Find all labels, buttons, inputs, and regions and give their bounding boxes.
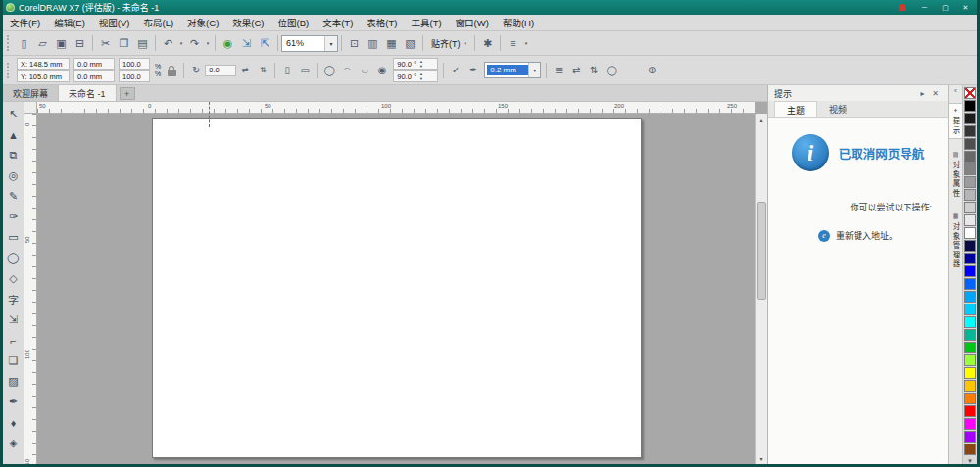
ellipse-tool[interactable]: ◯ (4, 248, 24, 268)
tab-video[interactable]: 视频 (817, 101, 858, 117)
color-swatch[interactable] (964, 265, 976, 277)
rotate-a-field[interactable]: 90.0 ° ▲▼ (393, 58, 438, 70)
color-swatch[interactable] (964, 354, 976, 366)
import-icon[interactable]: ⇲ (237, 34, 256, 53)
menu-item[interactable]: 位图(B) (271, 15, 317, 30)
scale-x-field[interactable]: 100.0 (119, 58, 150, 70)
maximize-button[interactable]: ▢ (936, 2, 955, 14)
y-position-field[interactable]: Y: 105.0 mm (17, 70, 70, 82)
color-swatch[interactable] (964, 125, 976, 137)
spinner-arrows-icon[interactable]: ▲▼ (419, 59, 423, 69)
user-account-icon[interactable] (894, 2, 909, 13)
close-button[interactable]: ✕ (956, 2, 975, 14)
color-swatch[interactable] (964, 380, 976, 392)
freehand-tool[interactable]: ✎ (4, 186, 24, 207)
color-swatch[interactable] (964, 444, 976, 455)
show-grid-icon[interactable]: ▦ (382, 34, 401, 53)
menu-item[interactable]: 视图(V) (92, 15, 137, 30)
export-icon[interactable]: ⇱ (256, 34, 274, 53)
color-swatch[interactable] (964, 418, 976, 430)
color-swatch[interactable] (964, 163, 976, 175)
color-swatch[interactable] (964, 214, 976, 226)
undo-dropdown-icon[interactable]: ▾ (177, 34, 185, 53)
paste-icon[interactable]: ▤ (133, 34, 152, 53)
copy-icon[interactable]: ❐ (115, 34, 133, 53)
color-swatch[interactable] (964, 253, 976, 264)
shape-tool[interactable]: ▲ (4, 124, 24, 145)
outline-width-combo[interactable]: 0.2 mm ▾ (484, 62, 541, 78)
menu-item[interactable]: 工具(T) (404, 15, 448, 30)
menu-item[interactable]: 编辑(E) (47, 15, 92, 30)
menu-item[interactable]: 文件(F) (3, 15, 47, 30)
vertical-scrollbar[interactable]: ▴ ▾ (755, 114, 767, 464)
new-document-icon[interactable]: ▯ (15, 34, 33, 53)
spinner-arrows-icon[interactable]: ▲▼ (419, 71, 423, 81)
launcher-dropdown-icon[interactable]: ▾ (522, 34, 530, 53)
text-wrap-icon[interactable]: ≣ (551, 63, 566, 78)
drop-shadow-tool[interactable]: ❏ (4, 350, 24, 371)
show-rulers-icon[interactable]: ▥ (364, 34, 382, 53)
menu-item[interactable]: 窗口(W) (449, 15, 496, 30)
document-page[interactable] (152, 118, 642, 458)
color-swatch[interactable] (964, 100, 976, 112)
hint-action-row[interactable]: e 重新键入地址。 (778, 229, 938, 242)
color-swatch[interactable] (964, 278, 976, 290)
rotation-angle-field[interactable]: 0.0 (205, 65, 236, 76)
menu-item[interactable]: 布局(L) (136, 15, 180, 30)
connector-tool[interactable]: ⌐ (4, 330, 24, 350)
ruler-origin-corner[interactable] (24, 102, 37, 114)
tab-untitled-1[interactable]: 未命名 -1 (59, 85, 117, 101)
width-field[interactable]: 0.0 mm (74, 58, 115, 70)
docker-tab-hints[interactable]: ✦提示 (949, 103, 962, 139)
color-swatch[interactable] (964, 367, 976, 379)
menu-item[interactable]: 表格(T) (360, 15, 404, 30)
units-icon[interactable]: ◯ (321, 63, 337, 78)
no-color-swatch[interactable] (964, 87, 976, 99)
text-tool[interactable]: 字 (4, 289, 24, 309)
toolbar-handle[interactable] (7, 35, 11, 51)
pick-tool[interactable]: ↖ (4, 104, 24, 124)
options-icon[interactable]: ✱ (478, 34, 497, 53)
interactive-fill-tool[interactable]: ◈ (4, 433, 24, 453)
snap-to-dropdown[interactable]: 贴齐(T) ▾ (426, 34, 471, 53)
rotate-b-field[interactable]: 90.0 ° ▲▼ (393, 70, 438, 82)
snap-check-icon[interactable]: ✓ (448, 63, 464, 78)
portrait-icon[interactable]: ▯ (279, 63, 295, 78)
color-swatch[interactable] (964, 405, 976, 417)
connect-icon[interactable]: ◉ (219, 34, 237, 53)
menu-item[interactable]: 帮助(H) (496, 15, 541, 30)
color-swatch[interactable] (964, 342, 976, 353)
color-swatch[interactable] (964, 227, 976, 239)
x-position-field[interactable]: X: 148.5 mm (17, 58, 70, 70)
fullscreen-preview-icon[interactable]: ⊡ (345, 34, 364, 53)
color-swatch[interactable] (964, 291, 976, 303)
menu-item[interactable]: 文本(T) (316, 15, 360, 30)
collapse-dockers-icon[interactable]: « (954, 87, 957, 94)
corner-round-icon[interactable]: ◠ (339, 63, 355, 78)
show-guidelines-icon[interactable]: ▧ (401, 34, 419, 53)
horizontal-ruler[interactable]: 50050100150200250 (37, 102, 755, 114)
redo-dropdown-icon[interactable]: ▾ (204, 34, 212, 53)
scroll-up-icon[interactable]: ▴ (756, 114, 767, 125)
color-swatch[interactable] (964, 304, 976, 315)
application-launcher-icon[interactable]: ≡ (504, 34, 522, 53)
color-swatch[interactable] (964, 138, 976, 150)
mirror-horizontal-icon[interactable]: ⇄ (237, 63, 253, 78)
lock-ratio-icon[interactable] (164, 63, 179, 78)
open-icon[interactable]: ▱ (33, 34, 52, 53)
color-swatch[interactable] (964, 151, 976, 163)
docker-tab-object-manager[interactable]: ▦对象管理器 (949, 210, 962, 272)
color-swatch[interactable] (964, 202, 976, 213)
docker-tab-object-properties[interactable]: ▤对象属性 (949, 148, 962, 201)
color-swatch[interactable] (964, 316, 976, 328)
corner-scallop-icon[interactable]: ◡ (357, 63, 372, 78)
menu-item[interactable]: 对象(C) (180, 15, 225, 30)
property-bar-handle[interactable] (7, 63, 11, 78)
color-swatch[interactable] (964, 176, 976, 188)
zoom-tool[interactable]: ◎ (4, 165, 24, 186)
units2-icon[interactable]: ◯ (604, 63, 619, 78)
cut-icon[interactable]: ✂ (96, 34, 115, 53)
artistic-media-tool[interactable]: ✑ (4, 207, 24, 227)
color-swatch[interactable] (964, 393, 976, 404)
vertical-ruler[interactable]: 050100150 (24, 114, 37, 464)
